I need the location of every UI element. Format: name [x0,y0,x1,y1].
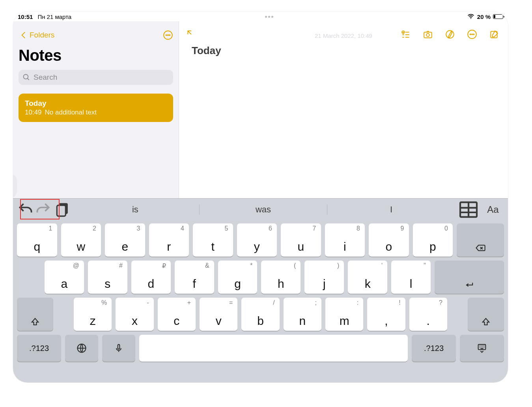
dictation-key[interactable] [102,335,135,362]
key-.?123[interactable]: .?123 [17,335,61,362]
svg-point-5 [24,75,28,79]
key-.?123[interactable]: .?123 [412,335,456,362]
svg-point-13 [473,34,474,35]
search-icon [22,73,30,81]
dismiss-keyboard-key[interactable] [460,335,504,362]
space-key[interactable] [139,335,408,362]
key-.[interactable]: ?. [409,298,447,331]
table-button[interactable] [457,199,480,221]
format-button[interactable]: Aa [482,204,504,215]
note-preview: No additional text [45,109,97,116]
svg-rect-7 [424,32,432,38]
svg-point-12 [472,34,472,35]
battery-pct: 20 % [477,13,491,20]
back-button[interactable]: Folders [19,30,54,40]
key-z[interactable]: %z [74,298,112,331]
key-i[interactable]: 8i [325,223,365,257]
backspace-key[interactable] [457,223,504,257]
shift-key-right[interactable] [468,298,504,331]
key-g[interactable]: *g [218,261,258,294]
key-c[interactable]: +c [158,298,196,331]
svg-point-3 [168,35,168,36]
key-x[interactable]: -x [116,298,153,331]
note-content[interactable]: Today [179,39,508,62]
note-list-item[interactable]: Today 10:49 No additional text [19,94,173,122]
page-title: Notes [13,43,179,70]
compose-icon[interactable] [489,29,499,39]
shift-key-left[interactable] [17,298,53,331]
key-l[interactable]: "l [391,261,431,294]
camera-icon[interactable] [423,29,433,39]
back-label: Folders [30,31,54,39]
key-h[interactable]: (h [261,261,301,294]
chevron-left-icon [19,30,29,40]
key-b[interactable]: /b [241,298,279,331]
key-p[interactable]: 0p [413,223,453,257]
key-a[interactable]: @a [45,261,84,294]
ellipsis-circle-icon[interactable] [467,29,477,39]
status-bar: 10:51 Пн 21 марта 20 % [13,12,508,21]
key-w[interactable]: 2w [61,223,101,257]
key-e[interactable]: 3e [105,223,145,257]
svg-point-8 [426,34,429,37]
more-icon[interactable] [163,30,173,40]
key-r[interactable]: 4r [149,223,189,257]
search-placeholder: Search [34,73,57,82]
status-time: 10:51 [18,13,33,20]
wifi-icon [467,13,475,21]
key-f[interactable]: &f [175,261,214,294]
editor[interactable]: 21 March 2022, 10:49 Today [179,21,508,198]
battery-icon [493,14,503,19]
suggestion-3[interactable]: I [327,204,455,215]
key-n[interactable]: ;n [284,298,321,331]
svg-point-2 [166,35,167,36]
key-d[interactable]: ₽d [131,261,171,294]
key-s[interactable]: #s [88,261,127,294]
suggestion-1[interactable]: is [71,204,199,215]
note-title: Today [25,99,167,108]
fullscreen-icon[interactable] [186,29,196,39]
key-o[interactable]: 9o [369,223,409,257]
svg-point-11 [470,34,471,35]
status-date: Пн 21 марта [37,13,71,20]
sidebar: Folders Notes Search Today 10:49 No addi… [13,21,179,198]
multitask-dots[interactable] [71,16,467,18]
redo-button[interactable] [34,201,52,218]
svg-rect-19 [118,345,120,349]
key-v[interactable]: =v [200,298,237,331]
svg-point-4 [169,35,170,36]
markup-icon[interactable] [445,29,455,39]
key-j[interactable]: )j [304,261,344,294]
key-m[interactable]: :m [325,298,363,331]
suggestion-2[interactable]: was [199,204,327,215]
key-q[interactable]: 1q [17,223,57,257]
keyboard: is was I Aa 1q2w3e4r5t6y7u8i9o0p @a#s₽d&… [13,198,508,383]
svg-point-0 [470,18,471,19]
note-time: 10:49 [25,109,42,116]
checklist-icon[interactable] [401,29,411,39]
key-t[interactable]: 5t [193,223,233,257]
key-,[interactable]: !, [367,298,405,331]
key-k[interactable]: 'k [348,261,387,294]
globe-key[interactable] [65,335,98,362]
key-y[interactable]: 6y [237,223,277,257]
return-key[interactable] [435,261,504,294]
key-u[interactable]: 7u [281,223,321,257]
search-input[interactable]: Search [19,70,173,85]
